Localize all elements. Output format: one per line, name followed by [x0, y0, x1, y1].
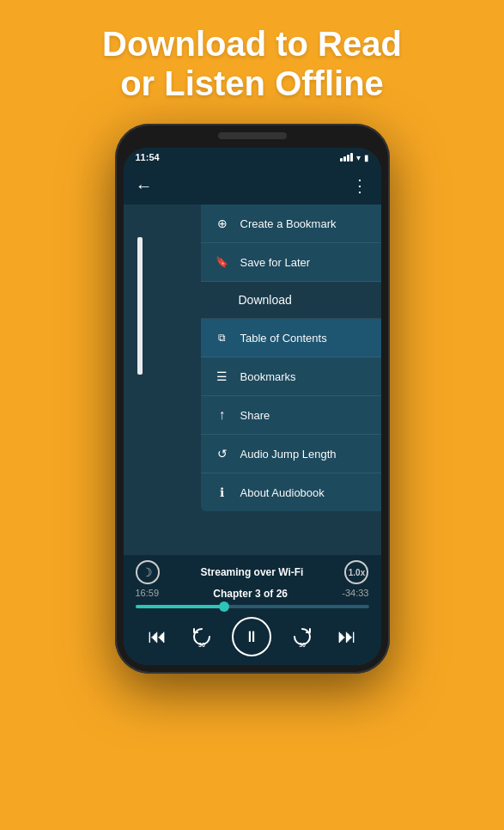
menu-item-bookmarks[interactable]: ☰ Bookmarks	[201, 357, 381, 396]
status-icons: ▾ ▮	[340, 153, 369, 162]
menu-item-about-audiobook[interactable]: ℹ About Audiobook	[201, 473, 381, 511]
streaming-label: Streaming over Wi-Fi	[201, 566, 304, 578]
back-button[interactable]: ←	[136, 176, 153, 196]
phone-screen: 11:54 ▾ ▮ ← ⋮	[124, 148, 381, 665]
menu-item-download[interactable]: Download	[201, 282, 381, 319]
streaming-row: ☽ Streaming over Wi-Fi 1.0x	[136, 560, 369, 584]
menu-item-save-for-later[interactable]: 🔖 Save for Later	[201, 243, 381, 282]
create-bookmark-label: Create a Bookmark	[240, 217, 337, 230]
skip-to-start-button[interactable]: ⏮	[143, 623, 171, 650]
status-bar: 11:54 ▾ ▮	[124, 148, 381, 167]
chapter-row: 16:59 Chapter 3 of 26 -34:33	[136, 588, 369, 600]
phone-speaker	[218, 132, 287, 139]
share-label: Share	[240, 409, 270, 422]
phone-device: 11:54 ▾ ▮ ← ⋮	[115, 124, 390, 674]
rewind-30-button[interactable]: 30	[188, 623, 216, 650]
battery-icon: ▮	[364, 153, 369, 162]
share-icon: ↑	[215, 407, 230, 423]
headline-line1: Download to Read	[102, 25, 402, 63]
phone-shell: 11:54 ▾ ▮ ← ⋮	[115, 124, 390, 674]
wifi-icon: ▾	[356, 153, 361, 162]
bookmarks-label: Bookmarks	[240, 370, 296, 383]
playback-speed-button[interactable]: 1.0x	[344, 560, 368, 584]
status-time: 11:54	[136, 152, 160, 162]
menu-item-share[interactable]: ↑ Share	[201, 396, 381, 435]
audio-jump-label: Audio Jump Length	[240, 448, 337, 461]
time-remaining: -34:33	[342, 588, 368, 600]
audio-jump-icon: ↺	[215, 446, 230, 461]
chapter-label: Chapter 3 of 26	[213, 588, 288, 600]
controls-row: ⏮ 30 ⏸	[136, 617, 369, 656]
bookmarks-icon: ☰	[215, 369, 230, 384]
save-for-later-icon: 🔖	[215, 254, 230, 270]
headline-line2: or Listen Offline	[120, 64, 384, 102]
menu-item-audio-jump-length[interactable]: ↺ Audio Jump Length	[201, 435, 381, 473]
app-header: ← ⋮	[124, 167, 381, 204]
skip-to-end-button[interactable]: ⏭	[333, 623, 361, 650]
time-elapsed: 16:59	[136, 588, 160, 600]
table-of-contents-icon: ⧉	[215, 330, 230, 345]
create-bookmark-icon: ⊕	[215, 216, 230, 231]
signal-icon	[340, 153, 353, 162]
progress-bar[interactable]	[136, 605, 369, 608]
table-of-contents-label: Table of Contents	[240, 332, 327, 345]
dropdown-menu: ⊕ Create a Bookmark 🔖 Save for Later Dow…	[201, 204, 381, 511]
headline: Download to Read or Listen Offline	[68, 0, 436, 120]
download-label: Download	[239, 293, 292, 307]
bottom-player: ☽ Streaming over Wi-Fi 1.0x 16:59 Chapte…	[124, 555, 381, 665]
menu-item-create-bookmark[interactable]: ⊕ Create a Bookmark	[201, 204, 381, 243]
speed-label: 1.0x	[349, 568, 365, 577]
progress-thumb	[219, 601, 229, 612]
forward-30-button[interactable]: 30	[288, 623, 316, 650]
save-for-later-label: Save for Later	[240, 256, 311, 269]
about-audiobook-label: About Audiobook	[240, 486, 325, 499]
content-area: Sapie ⊕ Create a Bookmark 🔖	[124, 204, 381, 555]
progress-fill	[136, 605, 224, 608]
sleep-timer-button[interactable]: ☽	[136, 560, 160, 584]
pause-icon: ⏸	[244, 628, 259, 646]
pause-button[interactable]: ⏸	[232, 617, 271, 656]
about-icon: ℹ	[215, 485, 230, 500]
menu-item-table-of-contents[interactable]: ⧉ Table of Contents	[201, 319, 381, 357]
more-button[interactable]: ⋮	[351, 175, 369, 196]
